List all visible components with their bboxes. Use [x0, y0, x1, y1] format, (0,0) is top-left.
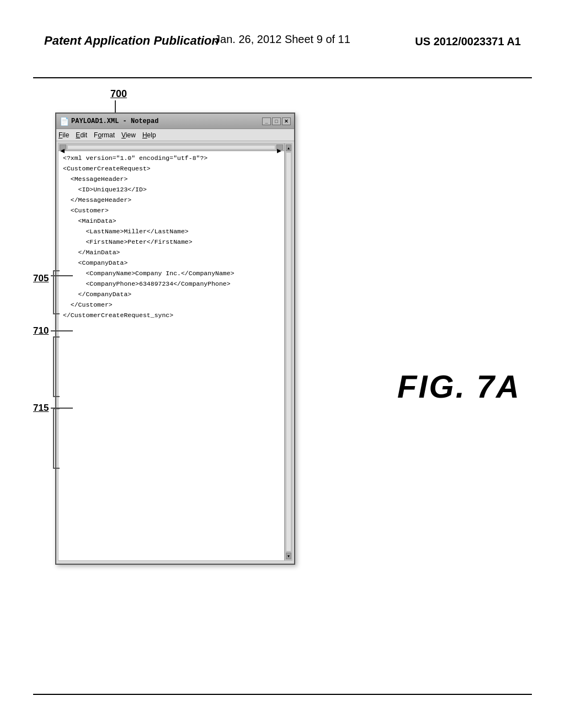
footer-rule — [33, 694, 532, 695]
vertical-scrollbar[interactable]: ▴ ▾ — [284, 143, 292, 560]
title-bar: 📄 PAYLOAD1.XML - Notepad _ □ ✕ — [56, 114, 294, 129]
brace-710 — [53, 336, 60, 397]
scroll-up-btn[interactable]: ▴ — [286, 144, 291, 151]
scroll-thumb-h[interactable] — [67, 145, 275, 149]
menu-format[interactable]: Format — [94, 131, 115, 139]
publication-title: Patent Application Publication — [44, 33, 219, 49]
ref-700-line — [115, 100, 116, 113]
scroll-right-btn[interactable]: ▸ — [276, 144, 283, 150]
figure-label: FIG. 7A — [397, 368, 521, 405]
close-button[interactable]: ✕ — [282, 117, 291, 125]
menu-edit[interactable]: Edit — [76, 131, 87, 139]
ref-710: 710 — [33, 325, 49, 336]
horizontal-scrollbar[interactable]: ◂ ▸ — [58, 143, 284, 151]
menu-file[interactable]: File — [58, 131, 69, 139]
brace-715 — [53, 408, 60, 469]
ref-715: 715 — [33, 403, 49, 414]
ref-700: 700 — [110, 88, 127, 100]
scroll-down-btn[interactable]: ▾ — [286, 553, 291, 559]
window-title: PAYLOAD1.XML - Notepad — [71, 117, 158, 125]
menu-help[interactable]: Help — [142, 131, 156, 139]
patent-number: US 2012/0023371 A1 — [415, 33, 521, 50]
menu-view[interactable]: View — [121, 131, 136, 139]
brace-705 — [53, 270, 60, 314]
ref-710-line — [51, 330, 73, 331]
ref-710-area: 710 — [33, 325, 73, 336]
xml-content: <?xml version="1.0" encoding="utf-8"?> <… — [58, 143, 292, 325]
scroll-left-btn[interactable]: ◂ — [60, 144, 66, 150]
figure-label-area: FIG. 7A — [397, 368, 521, 405]
header-rule — [33, 77, 532, 78]
maximize-button[interactable]: □ — [272, 117, 281, 125]
minimize-button[interactable]: _ — [262, 117, 271, 125]
date-sheet-info: Jan. 26, 2012 Sheet 9 of 11 — [215, 33, 350, 46]
menu-bar: File Edit Format View Help — [56, 129, 294, 141]
ref-705: 705 — [33, 273, 49, 284]
notepad-content-area: ◂ ▸ ▴ ▾ <?xml version="1.0" encoding="ut… — [58, 143, 292, 561]
scroll-thumb-v[interactable] — [286, 152, 291, 552]
